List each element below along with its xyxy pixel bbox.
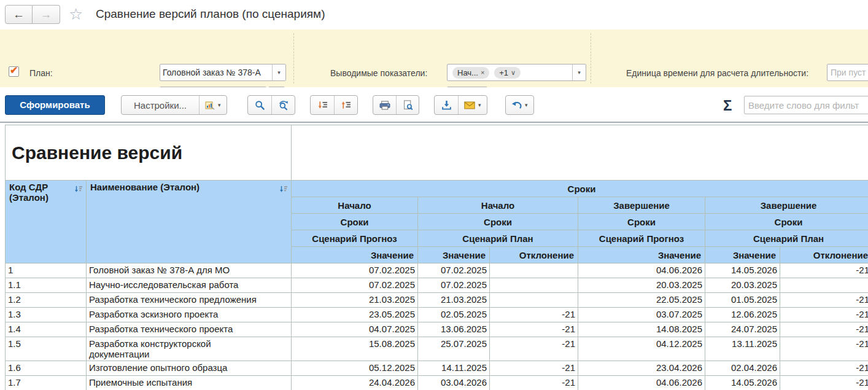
cell-fd[interactable]: -21: [780, 293, 868, 308]
cell-sp[interactable]: 21.03.2025: [418, 293, 490, 308]
cell-sf[interactable]: 24.04.2026: [292, 376, 418, 390]
print-button[interactable]: [373, 96, 396, 114]
cell-code[interactable]: 1.2: [6, 293, 87, 308]
plan-dropdown-button[interactable]: ▾: [272, 64, 285, 80]
cell-sf[interactable]: 21.03.2025: [292, 293, 418, 308]
cell-code[interactable]: 1.3: [6, 308, 87, 322]
cell-sp[interactable]: 02.05.2025: [418, 308, 490, 322]
column-group-sroki[interactable]: Сроки: [292, 181, 868, 197]
cell-fp[interactable]: 01.05.2025: [705, 293, 780, 308]
cell-fd[interactable]: -21: [780, 361, 868, 376]
scenario-header-forecast[interactable]: Сценарий Прогноз: [292, 230, 418, 247]
return-button[interactable]: ▾: [506, 96, 533, 114]
settings-button[interactable]: Настройки...: [122, 96, 199, 114]
cell-ff[interactable]: 22.05.2025: [578, 293, 705, 308]
indicator-tag-nachalo[interactable]: Нач...×: [452, 67, 489, 79]
cell-code[interactable]: 1.1: [6, 278, 87, 293]
favorite-star-icon[interactable]: ☆: [69, 5, 83, 24]
column-header-code[interactable]: Код СДР (Эталон): [6, 181, 87, 263]
cell-fp[interactable]: 13.11.2025: [705, 337, 780, 361]
column-header-name[interactable]: Наименование (Эталон): [87, 181, 292, 263]
cell-name[interactable]: Изготовление опытного образца: [87, 361, 292, 376]
collapse-groups-button[interactable]: [334, 96, 357, 114]
sort-descending-icon[interactable]: [74, 184, 83, 195]
cell-sp[interactable]: 07.02.2025: [418, 263, 490, 278]
cell-name[interactable]: Разработка эскизного проекта: [87, 308, 292, 322]
save-button[interactable]: [435, 96, 458, 114]
column-header-finish-plan[interactable]: Завершение: [705, 197, 868, 214]
cell-ff[interactable]: 23.04.2026: [578, 361, 705, 376]
report-title-spacer[interactable]: [292, 125, 868, 181]
cell-fp[interactable]: 12.06.2025: [705, 308, 780, 322]
cell-fd[interactable]: -21: [780, 308, 868, 322]
cell-fd[interactable]: [780, 278, 868, 293]
column-header-start-forecast[interactable]: Начало: [292, 197, 418, 214]
quick-filter-input[interactable]: [744, 96, 868, 114]
cell-name[interactable]: Головной заказ № 378-А для МО: [87, 263, 292, 278]
cell-fd[interactable]: -21: [780, 263, 868, 278]
cell-code[interactable]: 1: [6, 263, 87, 278]
chevron-down-icon[interactable]: ∨: [511, 69, 516, 77]
close-icon[interactable]: ×: [481, 69, 484, 76]
cell-name[interactable]: Разработка технического проекта: [87, 322, 292, 337]
cell-name[interactable]: Научно-исследовательская работа: [87, 278, 292, 293]
cell-ff[interactable]: 04.06.2026: [578, 263, 705, 278]
indicators-dropdown-button[interactable]: ▾: [572, 64, 586, 80]
plan-field[interactable]: Головной заказ № 378-А ▾: [160, 64, 286, 81]
cell-code[interactable]: 1.4: [6, 322, 87, 337]
indicator-tag-more[interactable]: +1∨: [494, 67, 521, 79]
find-button[interactable]: [248, 96, 271, 114]
cell-fp[interactable]: 20.03.2025: [705, 278, 780, 293]
cell-fd[interactable]: -21: [780, 322, 868, 337]
report-variants-button[interactable]: ▾: [199, 96, 227, 114]
report-title-cell[interactable]: Сравнение версий: [6, 125, 292, 181]
scenario-header-forecast[interactable]: Сценарий Прогноз: [578, 230, 705, 247]
cell-sf[interactable]: 07.02.2025: [292, 278, 418, 293]
deviation-header[interactable]: Отклонение: [490, 247, 578, 263]
cell-fp[interactable]: 14.05.2026: [705, 376, 780, 390]
cell-ff[interactable]: 04.06.2026: [578, 376, 705, 390]
value-header[interactable]: Значение: [705, 247, 780, 263]
cell-sd[interactable]: -21: [490, 322, 578, 337]
cell-fd[interactable]: -21: [780, 337, 868, 361]
cell-ff[interactable]: 14.08.2025: [578, 322, 705, 337]
cell-fp[interactable]: 24.07.2025: [705, 322, 780, 337]
cell-sp[interactable]: 03.04.2026: [418, 376, 490, 390]
cell-name[interactable]: Разработка технического предложения: [87, 293, 292, 308]
cell-sp[interactable]: 14.11.2025: [418, 361, 490, 376]
cell-sp[interactable]: 13.06.2025: [418, 322, 490, 337]
scenario-header-plan[interactable]: Сценарий План: [418, 230, 578, 247]
cell-code[interactable]: 1.6: [6, 361, 87, 376]
cell-sf[interactable]: 23.05.2025: [292, 308, 418, 322]
cell-sp[interactable]: 07.02.2025: [418, 278, 490, 293]
metric-header[interactable]: Сроки: [705, 214, 868, 230]
time-unit-input[interactable]: [827, 64, 868, 81]
cell-ff[interactable]: 20.03.2025: [578, 278, 705, 293]
value-header[interactable]: Значение: [292, 247, 418, 263]
cell-fd[interactable]: -21: [780, 376, 868, 390]
metric-header[interactable]: Сроки: [418, 214, 578, 230]
cell-sf[interactable]: 15.08.2025: [292, 337, 418, 361]
find-next-button[interactable]: [271, 96, 295, 114]
plan-checkbox[interactable]: ✔: [9, 66, 19, 77]
value-header[interactable]: Значение: [418, 247, 490, 263]
cell-sp[interactable]: 25.07.2025: [418, 337, 490, 361]
scenario-header-plan[interactable]: Сценарий План: [705, 230, 868, 247]
cell-code[interactable]: 1.7: [6, 376, 87, 390]
cell-name[interactable]: Приемочные испытания: [87, 376, 292, 390]
column-header-finish-forecast[interactable]: Завершение: [578, 197, 705, 214]
expand-groups-button[interactable]: [311, 96, 334, 114]
metric-header[interactable]: Сроки: [578, 214, 705, 230]
cell-code[interactable]: 1.5: [6, 337, 87, 361]
cell-sd[interactable]: -21: [490, 337, 578, 361]
metric-header[interactable]: Сроки: [292, 214, 418, 230]
cell-sd[interactable]: -21: [490, 376, 578, 390]
back-button[interactable]: ←: [5, 5, 33, 24]
sort-descending-icon[interactable]: [279, 184, 288, 195]
forward-button[interactable]: →: [33, 5, 60, 24]
cell-sd[interactable]: [490, 263, 578, 278]
cell-sd[interactable]: [490, 278, 578, 293]
print-preview-button[interactable]: [396, 96, 419, 114]
column-header-start-plan[interactable]: Начало: [418, 197, 578, 214]
cell-sf[interactable]: 04.07.2025: [292, 322, 418, 337]
